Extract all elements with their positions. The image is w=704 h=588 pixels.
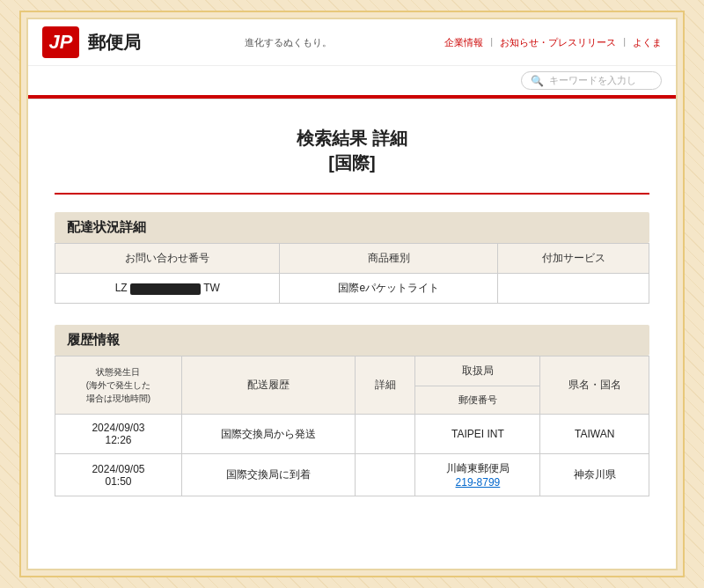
header-red-bar [28, 95, 676, 99]
page-wrapper: JP 郵便局 進化するぬくもり。 企業情報 | お知らせ・プレスリリース | よ… [26, 18, 678, 570]
search-box[interactable]: 🔍 キーワードを入力し [521, 71, 662, 90]
table-row: LZ TW 国際eパケットライト [55, 274, 649, 304]
logo-jp-text: JP [49, 31, 73, 54]
col-date-label: 状態発生日(海外で発生した場合は現地時間) [86, 367, 150, 403]
history-office-2: 川崎東郵便局 219-8799 [415, 454, 540, 496]
col-detail: 詳細 [355, 356, 415, 415]
col-office-label: 取扱局 [462, 364, 494, 377]
section2-title: 履歴情報 [55, 325, 649, 356]
office-name-1: TAIPEI INT [451, 428, 504, 440]
page-title: 検索結果 詳細 [国際] [55, 126, 649, 175]
delivery-status-section: 配達状況詳細 お問い合わせ番号 商品種別 付加サービス LZ TW [55, 212, 649, 304]
header: JP 郵便局 進化するぬくもり。 企業情報 | お知らせ・プレスリリース | よ… [28, 19, 676, 99]
history-row-2: 2024/09/05 01:50 国際交換局に到着 川崎東郵便局 219-879… [55, 454, 649, 496]
tracking-number-cell: LZ TW [55, 274, 280, 304]
history-date-2: 2024/09/05 01:50 [55, 454, 182, 496]
product-type-cell: 国際eパケットライト [280, 274, 498, 304]
col-prefecture: 県名・国名 [540, 356, 649, 415]
col-postal-number: 郵便番号 [415, 386, 540, 415]
tracking-prefix: LZ [115, 282, 128, 294]
col-inquiry-number: お問い合わせ番号 [55, 244, 280, 274]
history-detail-2 [355, 454, 415, 496]
search-icon: 🔍 [531, 75, 544, 87]
history-date-1: 2024/09/03 12:26 [55, 415, 182, 454]
header-tagline: 進化するぬくもり。 [236, 36, 444, 49]
page-title-line2: [国際] [328, 153, 375, 173]
history-row-1: 2024/09/03 12:26 国際交換局から発送 TAIPEI INT TA… [55, 415, 649, 454]
search-placeholder: キーワードを入力し [549, 74, 636, 87]
header-nav: 企業情報 | お知らせ・プレスリリース | よくま [444, 36, 662, 49]
history-prefecture-1: TAIWAN [540, 415, 649, 454]
delivery-status-table: お問い合わせ番号 商品種別 付加サービス LZ TW 国際eパケットライト [55, 243, 649, 304]
header-top: JP 郵便局 進化するぬくもり。 企業情報 | お知らせ・プレスリリース | よ… [28, 19, 676, 66]
col-product-type: 商品種別 [280, 244, 498, 274]
logo-text: 郵便局 [88, 31, 141, 55]
header-search-row: 🔍 キーワードを入力し [28, 66, 676, 95]
history-section: 履歴情報 状態発生日(海外で発生した場合は現地時間) 配送履歴 詳細 取扱局 県… [55, 325, 649, 496]
history-office-1: TAIPEI INT [415, 415, 540, 454]
col-date: 状態発生日(海外で発生した場合は現地時間) [55, 356, 182, 415]
col-additional-service: 付加サービス [498, 244, 649, 274]
logo-area: JP 郵便局 [42, 26, 236, 58]
logo-jp-icon: JP [42, 26, 79, 58]
title-divider [55, 193, 649, 195]
main-content: 検索結果 詳細 [国際] 配達状況詳細 お問い合わせ番号 商品種別 付加サービス [28, 99, 676, 532]
date-value-1: 2024/09/03 [92, 422, 144, 434]
col-history: 配送履歴 [181, 356, 355, 415]
postal-number-link-2[interactable]: 219-8799 [456, 476, 501, 489]
history-prefecture-2: 神奈川県 [540, 454, 649, 496]
date-value-2: 2024/09/05 [92, 463, 144, 475]
history-detail-1 [355, 415, 415, 454]
history-table: 状態発生日(海外で発生した場合は現地時間) 配送履歴 詳細 取扱局 県名・国名 … [55, 356, 649, 496]
nav-item-press[interactable]: お知らせ・プレスリリース [500, 36, 616, 49]
section1-title: 配達状況詳細 [55, 212, 649, 243]
nav-item-faq[interactable]: よくま [633, 36, 662, 49]
time-value-1: 12:26 [105, 434, 131, 446]
nav-item-company[interactable]: 企業情報 [444, 36, 483, 49]
col-office-group: 取扱局 [415, 356, 540, 386]
additional-service-cell [498, 274, 649, 304]
page-title-line1: 検索結果 詳細 [297, 129, 407, 148]
time-value-2: 01:50 [105, 475, 131, 488]
tracking-redacted [130, 283, 201, 295]
history-action-1: 国際交換局から発送 [181, 415, 355, 454]
history-action-2: 国際交換局に到着 [181, 454, 355, 496]
tracking-suffix: TW [203, 282, 220, 294]
office-name-2: 川崎東郵便局 [446, 462, 510, 474]
